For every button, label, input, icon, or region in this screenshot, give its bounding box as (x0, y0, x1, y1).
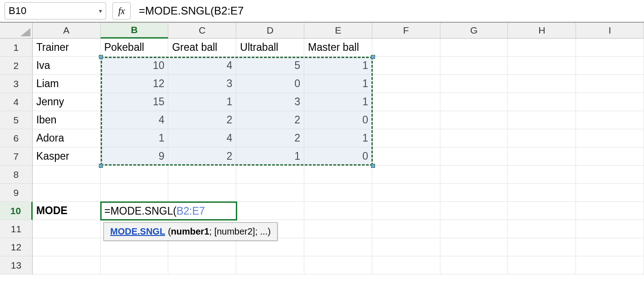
cell-E4[interactable]: 1 (304, 93, 372, 111)
cell-E7[interactable]: 0 (304, 147, 372, 166)
cell-A10[interactable]: MODE (33, 202, 101, 220)
cell-C2[interactable]: 4 (168, 57, 236, 75)
cell-C3[interactable]: 3 (168, 75, 236, 93)
cell-A4[interactable]: Jenny (33, 93, 101, 111)
cell-I6[interactable] (576, 129, 644, 147)
chevron-down-icon[interactable]: ▾ (99, 7, 102, 15)
cell-A8[interactable] (33, 166, 101, 184)
cell-E5[interactable]: 0 (304, 111, 372, 129)
cell-I13[interactable] (576, 256, 644, 274)
cell-H9[interactable] (508, 184, 576, 202)
cell-E13[interactable] (304, 256, 372, 274)
cell-I1[interactable] (576, 39, 644, 57)
col-header-I[interactable]: I (576, 23, 644, 39)
cell-D9[interactable] (236, 184, 304, 202)
cell-C1[interactable]: Great ball (168, 39, 236, 57)
cell-F10[interactable] (372, 202, 440, 220)
cell-D2[interactable]: 5 (236, 57, 304, 75)
cell-B8[interactable] (101, 166, 169, 184)
col-header-H[interactable]: H (508, 23, 576, 39)
cell-A9[interactable] (33, 184, 101, 202)
select-all-corner[interactable] (0, 23, 33, 39)
cell-C7[interactable]: 2 (168, 147, 236, 166)
cell-I11[interactable] (576, 220, 644, 238)
row-header-1[interactable]: 1 (0, 39, 33, 57)
cell-D10[interactable] (236, 202, 304, 220)
cell-E11[interactable] (304, 220, 372, 238)
cell-B12[interactable] (101, 238, 169, 256)
cell-A12[interactable] (33, 238, 101, 256)
cell-B3[interactable]: 12 (101, 75, 169, 93)
cell-F3[interactable] (372, 75, 440, 93)
cell-B5[interactable]: 4 (101, 111, 169, 129)
cell-G6[interactable] (440, 129, 508, 147)
cell-C8[interactable] (168, 166, 236, 184)
cell-C5[interactable]: 2 (168, 111, 236, 129)
col-header-F[interactable]: F (372, 23, 440, 39)
row-header-7[interactable]: 7 (0, 147, 33, 166)
cell-F7[interactable] (372, 147, 440, 166)
cell-G11[interactable] (440, 220, 508, 238)
formula-bar-input[interactable]: =MODE.SNGL(B2:E7 (137, 2, 639, 20)
cell-I10[interactable] (576, 202, 644, 220)
cell-G12[interactable] (440, 238, 508, 256)
cell-H6[interactable] (508, 129, 576, 147)
row-header-11[interactable]: 11 (0, 220, 33, 238)
cell-C6[interactable]: 4 (168, 129, 236, 147)
cell-D7[interactable]: 1 (236, 147, 304, 166)
cell-H7[interactable] (508, 147, 576, 166)
row-header-12[interactable]: 12 (0, 238, 33, 256)
cell-D4[interactable]: 3 (236, 93, 304, 111)
cell-I9[interactable] (576, 184, 644, 202)
cell-B7[interactable]: 9 (101, 147, 169, 166)
cell-D3[interactable]: 0 (236, 75, 304, 93)
row-header-5[interactable]: 5 (0, 111, 33, 129)
cell-B4[interactable]: 15 (101, 93, 169, 111)
cell-F4[interactable] (372, 93, 440, 111)
cell-D1[interactable]: Ultraball (236, 39, 304, 57)
cell-C4[interactable]: 1 (168, 93, 236, 111)
cell-F2[interactable] (372, 57, 440, 75)
cell-E6[interactable]: 1 (304, 129, 372, 147)
cell-A7[interactable]: Kasper (33, 147, 101, 166)
cell-E1[interactable]: Master ball (304, 39, 372, 57)
cell-C13[interactable] (168, 256, 236, 274)
cell-F11[interactable] (372, 220, 440, 238)
cell-E12[interactable] (304, 238, 372, 256)
cell-F9[interactable] (372, 184, 440, 202)
row-header-3[interactable]: 3 (0, 75, 33, 93)
cell-I8[interactable] (576, 166, 644, 184)
col-header-A[interactable]: A (33, 23, 101, 39)
cell-I5[interactable] (576, 111, 644, 129)
cell-G5[interactable] (440, 111, 508, 129)
cell-C10[interactable] (168, 202, 236, 220)
cell-F1[interactable] (372, 39, 440, 57)
cell-B6[interactable]: 1 (101, 129, 169, 147)
row-header-13[interactable]: 13 (0, 256, 33, 274)
cell-E8[interactable] (304, 166, 372, 184)
cell-H11[interactable] (508, 220, 576, 238)
cell-G13[interactable] (440, 256, 508, 274)
cell-H2[interactable] (508, 57, 576, 75)
row-header-9[interactable]: 9 (0, 184, 33, 202)
cell-G2[interactable] (440, 57, 508, 75)
cell-H8[interactable] (508, 166, 576, 184)
cell-G9[interactable] (440, 184, 508, 202)
cell-F5[interactable] (372, 111, 440, 129)
cell-G3[interactable] (440, 75, 508, 93)
cell-I4[interactable] (576, 93, 644, 111)
col-header-G[interactable]: G (440, 23, 508, 39)
cell-A6[interactable]: Adora (33, 129, 101, 147)
cell-H1[interactable] (508, 39, 576, 57)
cell-F8[interactable] (372, 166, 440, 184)
row-header-2[interactable]: 2 (0, 57, 33, 75)
cell-E2[interactable]: 1 (304, 57, 372, 75)
cell-G4[interactable] (440, 93, 508, 111)
cell-D13[interactable] (236, 256, 304, 274)
cell-G8[interactable] (440, 166, 508, 184)
cell-F13[interactable] (372, 256, 440, 274)
cell-I12[interactable] (576, 238, 644, 256)
cell-B9[interactable] (101, 184, 169, 202)
cell-H3[interactable] (508, 75, 576, 93)
cell-I7[interactable] (576, 147, 644, 166)
